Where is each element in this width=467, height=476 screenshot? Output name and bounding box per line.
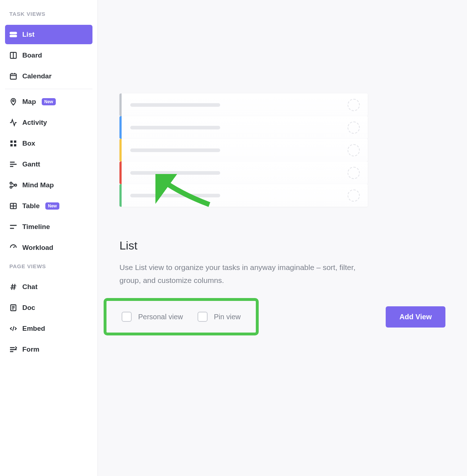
main-panel: List Use List view to organize your task… [98,0,467,476]
svg-rect-10 [14,141,16,143]
svg-rect-0 [10,32,17,34]
divider [5,89,92,89]
checkbox-group-highlight: Personal view Pin view [104,298,259,335]
board-icon [9,51,17,59]
timeline-icon [9,223,17,231]
bottom-row: Personal view Pin view Add View [119,298,453,335]
workload-icon [9,244,17,252]
sidebar-item-label: Chat [22,283,37,291]
sidebar-item-chat[interactable]: Chat [5,277,92,297]
checkbox-box [198,312,208,322]
svg-point-18 [15,184,17,186]
list-preview [119,93,368,207]
sidebar-item-label: Map [22,98,36,106]
svg-rect-36 [10,351,13,352]
sidebar-item-form[interactable]: Form [5,340,92,359]
svg-point-8 [13,100,14,102]
sidebar-item-activity[interactable]: Activity [5,113,92,132]
svg-rect-9 [10,141,13,143]
add-view-button[interactable]: Add View [386,306,445,328]
sidebar-item-label: Doc [22,304,35,312]
sidebar-item-label: Calendar [22,72,51,80]
map-pin-icon [9,98,17,106]
svg-line-28 [14,284,15,290]
sidebar-item-label: Box [22,139,35,147]
activity-icon [9,119,17,127]
sidebar-item-label: Embed [22,325,45,333]
svg-rect-13 [10,162,15,163]
calendar-icon [9,72,17,80]
svg-rect-14 [10,164,17,165]
sidebar-item-label: Table [22,202,40,210]
svg-rect-23 [10,228,14,229]
svg-line-27 [12,284,13,290]
form-icon [9,345,17,353]
preview-row [119,161,368,184]
sidebar-item-label: Gantt [22,160,40,168]
table-icon [9,202,17,210]
svg-line-24 [13,246,15,248]
checkbox-label: Pin view [214,313,241,321]
svg-point-17 [10,186,12,188]
sidebar-item-gantt[interactable]: Gantt [5,155,92,174]
new-badge: New [45,202,59,210]
preview-row [119,93,368,116]
task-views-header: TASK VIEWS [5,6,92,23]
sidebar-item-label: Board [22,51,42,59]
checkbox-label: Personal view [138,313,183,321]
sidebar-item-label: Workload [22,244,53,252]
svg-rect-15 [10,166,13,167]
new-badge: New [42,98,56,105]
preview-row [119,184,368,207]
sidebar-item-doc[interactable]: Doc [5,298,92,317]
sidebar-item-label: Form [22,345,40,353]
svg-rect-12 [14,144,16,146]
list-icon [9,31,17,38]
svg-rect-11 [10,144,13,146]
gantt-icon [9,160,17,168]
svg-rect-34 [10,347,15,348]
sidebar-item-workload[interactable]: Workload [5,238,92,257]
doc-icon [9,304,17,312]
svg-rect-1 [10,35,17,37]
sidebar-item-timeline[interactable]: Timeline [5,217,92,237]
sidebar-item-table[interactable]: Table New [5,196,92,216]
preview-row [119,116,368,139]
svg-rect-22 [10,225,17,226]
svg-line-33 [13,326,14,331]
checkbox-box [122,312,132,322]
sidebar-item-embed[interactable]: Embed [5,319,92,338]
embed-icon [9,325,17,333]
sidebar-item-list[interactable]: List [5,25,92,44]
sidebar-item-map[interactable]: Map New [5,92,92,111]
svg-point-16 [10,182,12,184]
hash-icon [9,283,17,291]
sidebar-item-calendar[interactable]: Calendar [5,67,92,86]
personal-view-checkbox[interactable]: Personal view [122,312,183,322]
sidebar: TASK VIEWS List Board Calendar [0,0,98,476]
sidebar-item-label: Timeline [22,223,50,231]
sidebar-item-label: Activity [22,119,47,127]
sidebar-item-mindmap[interactable]: Mind Map [5,175,92,195]
pin-view-checkbox[interactable]: Pin view [198,312,241,322]
sidebar-item-board[interactable]: Board [5,46,92,65]
sidebar-item-label: List [22,31,35,38]
preview-row [119,139,368,161]
view-description: Use List view to organize your tasks in … [119,261,357,287]
view-title: List [119,239,453,252]
page-views-header: PAGE VIEWS [5,259,92,276]
sidebar-item-box[interactable]: Box [5,134,92,153]
box-icon [9,139,17,147]
mindmap-icon [9,181,17,189]
svg-rect-4 [10,74,17,79]
sidebar-item-label: Mind Map [22,181,54,189]
